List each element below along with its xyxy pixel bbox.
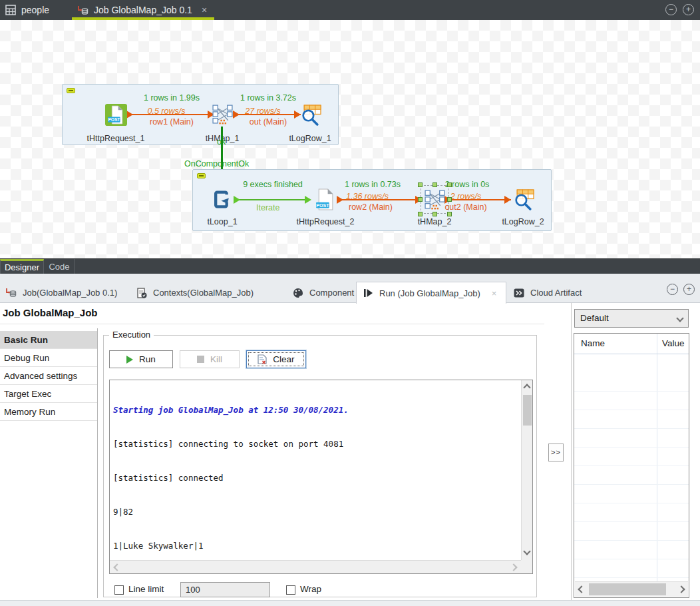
tab-code[interactable]: Code	[45, 259, 75, 274]
selection-handle[interactable]	[447, 212, 452, 216]
tab-job-view[interactable]: Job(GlobalMap_Job 0.1)	[5, 282, 117, 303]
play-icon	[126, 356, 133, 364]
selection-handle[interactable]	[433, 212, 437, 216]
tab-people[interactable]: people	[5, 0, 49, 20]
table-horizontal-scrollbar[interactable]	[575, 581, 688, 597]
tab-contexts-label: Contexts(GlobalMap_Job)	[153, 288, 254, 298]
sidebar-item-debug-run[interactable]: Debug Run	[0, 349, 97, 367]
table-scroll-thumb[interactable]	[589, 583, 666, 595]
line-limit-label: Line limit	[128, 584, 164, 594]
component-tloop-1[interactable]	[212, 188, 234, 210]
component-label-tlogrow-1[interactable]: tLogRow_1	[263, 134, 357, 143]
execution-console[interactable]: Starting job GlobalMap_Job at 12:50 30/0…	[109, 380, 533, 574]
context-variables-table[interactable]: Name Value	[574, 333, 689, 598]
tab-cloud-artifact[interactable]: Cloud Artifact	[514, 282, 582, 303]
context-selector[interactable]: Default	[574, 309, 689, 328]
designer-code-tab-bar: Designer Code	[0, 258, 700, 274]
scroll-up-icon[interactable]	[523, 384, 530, 391]
console-vertical-scrollbar[interactable]	[521, 380, 532, 560]
people-grid-icon	[5, 5, 16, 15]
sidebar-item-advanced-settings[interactable]: Advanced settings	[0, 367, 97, 385]
console-line: 1|Luke Skywalker|1	[113, 540, 520, 551]
tab-run-active[interactable]: Run (Job GlobalMap_Job) ×	[356, 282, 506, 304]
column-header-value[interactable]: Value	[662, 338, 685, 348]
header-underline	[574, 354, 689, 354]
tab-cloud-artifact-label: Cloud Artifact	[530, 288, 582, 298]
vertical-scroll-thumb[interactable]	[523, 395, 532, 426]
console-line: [statistics] connected	[113, 472, 520, 483]
connection-iterate-line[interactable]	[237, 199, 310, 200]
selection-handle[interactable]	[418, 182, 423, 187]
tab-job-label: Job GlobalMap_Job 0.1	[94, 5, 192, 15]
row1-rate-stat: 0.5 rows/s	[113, 107, 220, 116]
subjob-1-collapse-icon[interactable]	[67, 88, 75, 93]
component-thmap-2[interactable]	[424, 188, 446, 210]
row2-rows-stat: 1 rows in 0.73s	[319, 180, 426, 189]
line-limit-input[interactable]: 100	[180, 582, 270, 597]
component-label-thttprequest-2[interactable]: tHttpRequest_2	[279, 217, 372, 226]
wrap-checkbox[interactable]	[286, 585, 295, 595]
component-thmap-1[interactable]	[212, 103, 234, 125]
scroll-left-icon[interactable]	[113, 563, 120, 571]
tab-run-close-icon[interactable]: ×	[492, 288, 497, 298]
component-label-tloop-1[interactable]: tLoop_1	[176, 217, 269, 226]
panel-minimize-icon[interactable]: −	[667, 284, 678, 295]
clear-button[interactable]: Clear	[246, 350, 306, 368]
iterate-connection-label[interactable]: Iterate	[256, 203, 279, 212]
row1-connection-label[interactable]: row1 (Main)	[118, 117, 225, 127]
table-row	[574, 391, 689, 392]
console-options-row: Line limit 100 Wrap	[109, 583, 535, 599]
component-palette-icon	[293, 288, 303, 298]
selection-handle[interactable]	[418, 197, 423, 202]
selection-handle[interactable]	[433, 182, 437, 187]
table-header: Name Value	[574, 334, 689, 354]
maximize-view-icon[interactable]: +	[683, 4, 694, 15]
selection-handle[interactable]	[447, 197, 452, 202]
table-scroll-left-icon[interactable]	[578, 585, 585, 593]
component-thttprequest-1[interactable]: POST	[105, 104, 127, 126]
execution-legend: Execution	[109, 330, 154, 340]
talend-studio-window: people Job GlobalMap_Job 0.1 × − + 1 row…	[0, 0, 700, 606]
column-header-name[interactable]: Name	[581, 338, 605, 348]
component-tlogrow-1[interactable]	[299, 104, 321, 126]
table-row	[574, 540, 689, 541]
kill-button[interactable]: Kill	[180, 350, 240, 368]
tab-close-icon[interactable]: ×	[202, 5, 207, 15]
expand-context-button[interactable]: >>	[548, 444, 564, 461]
selection-handle[interactable]	[418, 212, 423, 216]
table-scroll-right-icon[interactable]	[677, 585, 685, 593]
selection-handle[interactable]	[447, 182, 452, 187]
component-thttprequest-2[interactable]: POST	[314, 188, 336, 210]
run-sidebar: Basic Run Debug Run Advanced settings Ta…	[0, 331, 97, 421]
connection-iterate-source-arrow-icon	[234, 196, 240, 204]
console-horizontal-scrollbar[interactable]	[110, 560, 521, 573]
panel-maximize-icon[interactable]: +	[683, 284, 695, 295]
component-label-tlogrow-2[interactable]: tLogRow_2	[476, 217, 570, 226]
console-line: [statistics] connecting to socket on por…	[113, 438, 520, 450]
clear-icon	[258, 354, 267, 364]
job-designer-canvas[interactable]: 1 rows in 1.99s 0.5 rows/s row1 (Main) 1…	[0, 20, 700, 258]
subjob-2-collapse-icon[interactable]	[197, 173, 206, 178]
component-label-thmap-2[interactable]: tHMap_2	[388, 217, 481, 226]
component-label-thttprequest-1[interactable]: tHttpRequest_1	[69, 134, 162, 143]
tab-contexts[interactable]: Contexts(GlobalMap_Job)	[136, 282, 254, 303]
bottom-status-strip	[0, 600, 700, 606]
stop-icon	[197, 356, 204, 363]
sidebar-item-basic-run[interactable]: Basic Run	[0, 331, 97, 349]
line-limit-checkbox[interactable]	[114, 585, 124, 595]
sidebar-item-target-exec[interactable]: Target Exec	[0, 385, 97, 403]
table-row	[574, 577, 689, 578]
scroll-right-icon[interactable]	[510, 563, 517, 571]
title-separator	[0, 324, 544, 324]
trigger-oncomponentok-label[interactable]: OnComponentOk	[184, 159, 249, 168]
run-button[interactable]: Run	[109, 350, 173, 368]
run-view: Job GlobalMap_Job Basic Run Debug Run Ad…	[0, 303, 700, 600]
tab-designer[interactable]: Designer	[0, 259, 44, 274]
component-tlogrow-2[interactable]	[512, 188, 534, 210]
execution-group: Execution Run Kill Clear Starting job Gl…	[103, 335, 537, 597]
minimize-view-icon[interactable]: −	[665, 4, 677, 15]
sidebar-item-memory-run[interactable]: Memory Run	[0, 403, 97, 421]
run-job-title: Job GlobalMap_Job	[3, 307, 98, 318]
tab-component[interactable]: Component	[293, 282, 354, 303]
scroll-down-icon[interactable]	[523, 547, 530, 555]
